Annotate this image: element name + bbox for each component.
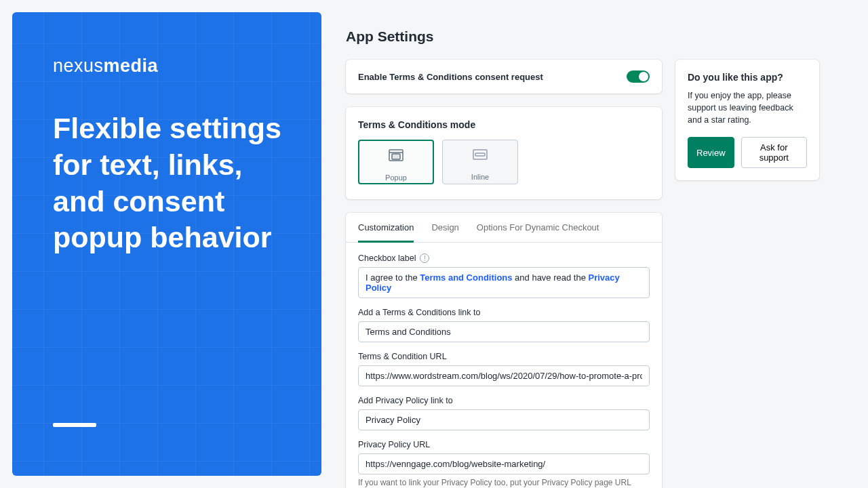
add-privacy-link-label: Add Privacy Policy link to (358, 396, 650, 405)
brand-bold: media (104, 56, 159, 76)
feedback-card: Do you like this app? If you enjoy the a… (675, 60, 819, 180)
enable-toggle-card: Enable Terms & Conditions consent reques… (346, 60, 662, 94)
help-icon[interactable]: ! (420, 253, 429, 263)
terms-link[interactable]: Terms and Conditions (420, 272, 512, 283)
tab-dynamic-checkout[interactable]: Options For Dynamic Checkout (477, 213, 599, 242)
brand-logo: nexusmedia (53, 56, 289, 77)
mode-option-label: Inline (443, 169, 517, 182)
inline-icon (443, 140, 517, 169)
feedback-text: If you enjoy the app, please support us … (688, 89, 807, 126)
checkbox-label-input[interactable]: I agree to the Terms and Conditions and … (358, 267, 650, 298)
ask-support-button[interactable]: Ask for support (741, 137, 807, 168)
checkbox-label-label: Checkbox label ! (358, 253, 650, 263)
privacy-url-hint: If you want to link your Privacy Policy … (358, 477, 650, 488)
add-privacy-link-input[interactable] (358, 409, 650, 430)
popup-icon (359, 141, 433, 169)
mode-card: Terms & Conditions mode Popup (346, 107, 662, 199)
page-title: App Settings (346, 28, 662, 45)
tabs: Customization Design Options For Dynamic… (346, 213, 662, 243)
mode-option-popup[interactable]: Popup (358, 140, 434, 184)
mode-option-inline[interactable]: Inline (442, 140, 518, 184)
svg-rect-2 (392, 154, 400, 159)
promo-panel: nexusmedia Flexible settings for text, l… (12, 12, 321, 476)
promo-underline (53, 423, 96, 427)
mode-option-label: Popup (359, 169, 433, 183)
privacy-url-input[interactable] (358, 453, 650, 474)
review-button[interactable]: Review (688, 137, 734, 168)
brand-light: nexus (53, 56, 104, 76)
privacy-url-label: Privacy Policy URL (358, 440, 650, 449)
tab-design[interactable]: Design (431, 213, 458, 242)
add-terms-link-label: Add a Terms & Conditions link to (358, 308, 650, 317)
settings-tabs-card: Customization Design Options For Dynamic… (346, 213, 662, 488)
tab-customization[interactable]: Customization (358, 213, 414, 243)
terms-url-label: Terms & Condition URL (358, 352, 650, 361)
enable-toggle[interactable] (627, 70, 650, 83)
terms-url-input[interactable] (358, 365, 650, 386)
enable-toggle-label: Enable Terms & Conditions consent reques… (358, 72, 543, 82)
mode-title: Terms & Conditions mode (358, 119, 650, 130)
add-terms-link-input[interactable] (358, 321, 650, 342)
promo-headline: Flexible settings for text, links, and c… (53, 110, 283, 256)
feedback-title: Do you like this app? (688, 72, 807, 83)
svg-rect-4 (475, 153, 485, 156)
